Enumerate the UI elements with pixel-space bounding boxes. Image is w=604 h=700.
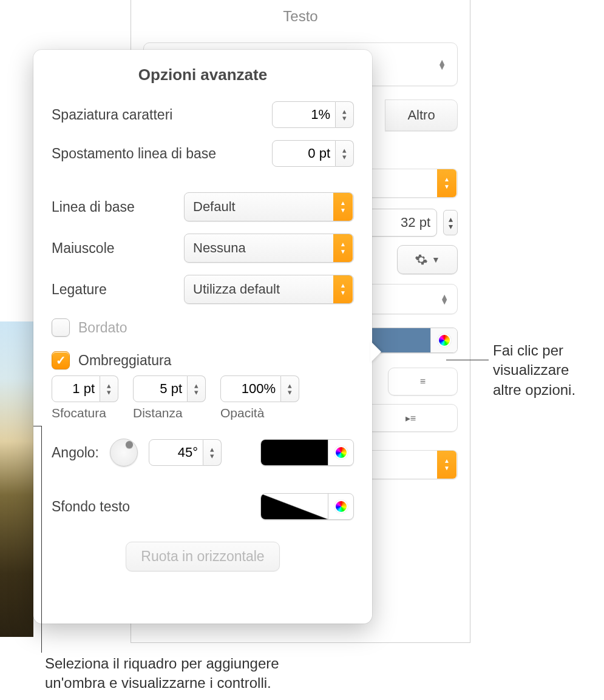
shadow-offset-value[interactable]: 5 pt [133, 375, 188, 402]
inspector-tab-text[interactable]: Testo [131, 0, 470, 33]
popover-arrow [370, 341, 381, 363]
text-background-color-button[interactable] [260, 493, 354, 520]
shadow-blur-stepper[interactable] [100, 375, 118, 402]
baseline-label: Linea di base [52, 199, 135, 215]
stepper-orange-icon [437, 451, 456, 479]
color-wheel-icon [334, 446, 348, 459]
color-swatch-black [261, 440, 328, 465]
callout-text: un'ombra e visualizzarne i controlli. [45, 673, 279, 693]
align-justify-icon[interactable]: ≡ [389, 368, 457, 395]
shadow-blur-value[interactable]: 1 pt [52, 375, 100, 402]
stepper-orange-icon [333, 275, 353, 303]
caps-select[interactable]: Nessuna [184, 234, 354, 263]
shadow-blur-field[interactable]: 1 pt [52, 375, 118, 402]
outline-label: Bordato [78, 320, 127, 336]
stepper-orange-icon [333, 193, 353, 221]
ligatures-select-value: Utilizza default [185, 281, 333, 297]
shadow-opacity-value[interactable]: 100% [220, 375, 281, 402]
color-wheel-icon [438, 334, 451, 347]
callout-text: visualizzare [493, 360, 575, 380]
shadow-angle-stepper[interactable] [203, 439, 222, 466]
shadow-color-button[interactable] [260, 439, 354, 466]
baseline-select-value: Default [185, 199, 333, 215]
popover-title: Opzioni avanzate [52, 66, 354, 84]
baseline-shift-stepper[interactable] [336, 140, 354, 167]
font-size-stepper[interactable] [443, 210, 458, 235]
outdent-icon[interactable]: ▸≡ [364, 405, 457, 431]
ligatures-label: Legature [52, 281, 107, 298]
shadow-offset-stepper[interactable] [188, 375, 206, 402]
baseline-shift-field[interactable]: 0 pt [272, 140, 354, 167]
shadow-angle-value[interactable]: 45° [149, 439, 203, 466]
baseline-shift-label: Spostamento linea di base [52, 146, 216, 162]
tab-more[interactable]: Altro [385, 99, 458, 131]
indent-segmented[interactable]: ▸≡ [364, 404, 458, 432]
advanced-options-popover: Opzioni avanzate Spaziatura caratteri 1%… [33, 50, 372, 624]
chevron-down-icon: ▼ [432, 255, 440, 264]
color-swatch-none [261, 494, 328, 519]
chevron-updown-icon [438, 59, 446, 69]
outline-checkbox[interactable] [52, 318, 70, 337]
shadow-blur-label: Sfocatura [52, 406, 118, 420]
shadow-checkbox[interactable] [52, 351, 70, 369]
text-background-label: Sfondo testo [52, 499, 130, 515]
advanced-options-gear-button[interactable]: ▼ [397, 245, 458, 274]
caps-select-value: Nessuna [185, 240, 333, 256]
caps-label: Maiuscole [52, 240, 115, 257]
callout-leader-line [446, 360, 489, 360]
shadow-angle-field[interactable]: 45° [149, 439, 222, 466]
ligatures-select[interactable]: Utilizza default [184, 275, 354, 304]
callout-bottom: Seleziona il riquadro per aggiungere un'… [45, 654, 279, 693]
canvas-photo-edge [0, 321, 33, 637]
callout-text: Seleziona il riquadro per aggiungere [45, 654, 279, 673]
shadow-angle-label: Angolo: [52, 445, 99, 461]
stepper-orange-icon [333, 234, 353, 262]
flip-horizontal-button[interactable]: Ruota in orizzontale [126, 542, 279, 571]
shadow-opacity-field[interactable]: 100% [220, 375, 299, 402]
shadow-color-picker[interactable] [328, 440, 353, 465]
alignment-segmented[interactable]: ≡ [388, 368, 458, 395]
shadow-offset-field[interactable]: 5 pt [133, 375, 206, 402]
char-spacing-field[interactable]: 1% [272, 101, 354, 128]
callout-text: altre opzioni. [493, 380, 575, 400]
text-background-color-picker[interactable] [328, 494, 353, 519]
font-size-field[interactable]: 32 pt [364, 209, 437, 237]
shadow-opacity-label: Opacità [220, 406, 299, 420]
shadow-angle-dial[interactable] [110, 439, 138, 466]
shadow-opacity-stepper[interactable] [281, 375, 299, 402]
shadow-label: Ombreggiatura [78, 352, 171, 369]
color-wheel-icon [334, 500, 348, 513]
callout-right: Fai clic per visualizzare altre opzioni. [493, 341, 575, 400]
callout-text: Fai clic per [493, 341, 575, 360]
char-spacing-stepper[interactable] [336, 101, 354, 128]
shadow-offset-label: Distanza [133, 406, 206, 420]
baseline-shift-value[interactable]: 0 pt [272, 140, 336, 167]
callout-leader-tick [33, 426, 41, 426]
callout-leader-line [41, 426, 42, 653]
char-spacing-value[interactable]: 1% [272, 101, 336, 128]
color-picker-button[interactable] [430, 328, 457, 352]
char-spacing-label: Spaziatura caratteri [52, 107, 172, 123]
chevron-updown-icon [440, 294, 449, 304]
baseline-select[interactable]: Default [184, 192, 354, 221]
stepper-orange-icon [437, 169, 456, 197]
gear-icon [415, 253, 428, 266]
